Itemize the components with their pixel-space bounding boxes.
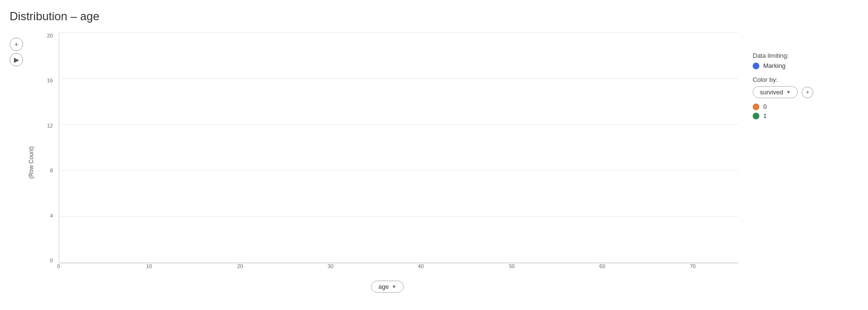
color-by-arrow: ▼ xyxy=(786,90,791,95)
x-tick-10: 10 xyxy=(146,263,152,269)
legend-dot-1 xyxy=(753,113,759,119)
x-tick-50: 50 xyxy=(509,263,515,269)
color-by-value: survived xyxy=(760,89,783,96)
x-tick-60: 60 xyxy=(599,263,605,269)
chart-canvas: 20 16 12 8 4 0 xyxy=(37,33,738,278)
y-axis: 20 16 12 8 4 0 xyxy=(37,33,56,263)
legend-item-1: 1 xyxy=(753,112,858,119)
bars-container xyxy=(59,33,738,263)
legend-label-1: 1 xyxy=(763,112,767,119)
x-tick-30: 30 xyxy=(327,263,333,269)
x-label-area: age ▼ xyxy=(37,281,738,293)
legend-label-0: 0 xyxy=(763,103,767,110)
page-container: Distribution – age + ▶ (Row Count) 20 16… xyxy=(0,0,868,310)
marking-legend-item: Marking xyxy=(753,62,858,69)
y-tick-16: 16 xyxy=(47,78,53,83)
x-tick-70: 70 xyxy=(690,263,695,269)
y-tick-4: 4 xyxy=(50,213,53,219)
color-by-add-button[interactable]: + xyxy=(802,87,813,98)
x-axis-dropdown[interactable]: age ▼ xyxy=(371,281,404,293)
x-axis-dropdown-label: age xyxy=(378,283,389,290)
y-tick-0: 0 xyxy=(50,258,53,263)
color-by-label: Color by: xyxy=(753,76,858,83)
page-title: Distribution – age xyxy=(10,10,858,23)
y-tick-20: 20 xyxy=(47,33,53,39)
x-tick-0: 0 xyxy=(57,263,60,269)
color-by-section: Color by: survived ▼ + 0 1 xyxy=(753,76,858,119)
y-axis-label-container: (Row Count) xyxy=(28,33,35,293)
chart-main: 20 16 12 8 4 0 xyxy=(37,33,738,293)
marking-label: Marking xyxy=(763,62,785,69)
y-axis-label: (Row Count) xyxy=(28,146,35,179)
legend-panel: Data limiting: Marking Color by: survive… xyxy=(753,52,858,293)
y-tick-12: 12 xyxy=(47,123,53,129)
legend-item-0: 0 xyxy=(753,103,858,110)
x-axis-dropdown-arrow: ▼ xyxy=(392,284,397,289)
y-tick-8: 8 xyxy=(50,168,53,173)
chart-area: + ▶ (Row Count) 20 16 12 8 4 0 xyxy=(10,33,858,293)
data-limiting-label: Data limiting: xyxy=(753,52,858,59)
pan-button[interactable]: ▶ xyxy=(10,53,23,66)
marking-dot xyxy=(753,63,759,69)
color-by-dropdown[interactable]: survived ▼ xyxy=(753,86,798,98)
color-by-row: survived ▼ + xyxy=(753,86,858,98)
chart-controls: + ▶ xyxy=(10,38,23,293)
x-tick-20: 20 xyxy=(237,263,243,269)
zoom-in-button[interactable]: + xyxy=(10,38,23,51)
x-axis: 0 10 20 30 40 50 60 70 xyxy=(59,263,738,278)
x-tick-40: 40 xyxy=(418,263,424,269)
legend-dot-0 xyxy=(753,103,759,110)
